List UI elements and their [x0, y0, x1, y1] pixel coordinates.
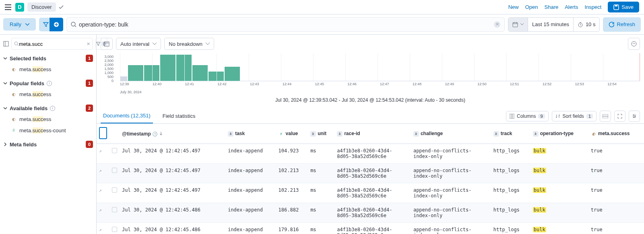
histogram-bar[interactable] — [176, 55, 192, 81]
col-unit[interactable]: kunit — [308, 124, 334, 144]
inspect-link[interactable]: Inspect — [584, 4, 601, 10]
calendar-icon — [512, 22, 518, 27]
calendar-icon — [104, 41, 109, 47]
clear-query-icon[interactable]: ✕ — [494, 21, 500, 28]
calendar-segment[interactable] — [508, 18, 528, 31]
svg-rect-1 — [615, 5, 617, 6]
expand-row-icon[interactable]: ↗ — [99, 168, 102, 173]
popular-fields-section[interactable]: Popular fields i 1 — [3, 80, 93, 87]
query-search-box[interactable]: ✕ — [66, 17, 505, 32]
search-icon — [14, 41, 19, 46]
section-count-badge: 1 — [86, 80, 93, 87]
expand-row-icon[interactable]: ↗ — [99, 148, 102, 154]
table-row[interactable]: ↗Jul 30, 2024 @ 12:42:45.497index-append… — [97, 183, 644, 203]
cell-challenge: append-no-conflicts- index-only — [411, 183, 491, 203]
row-checkbox[interactable] — [112, 207, 117, 212]
col-timestamp[interactable]: @timestamp🕒 — [120, 124, 225, 144]
refresh-icon — [609, 22, 614, 27]
sidebar-collapse-icon[interactable] — [3, 39, 9, 49]
field-search-box[interactable]: ✕ — [11, 38, 93, 50]
columns-count: 9 — [538, 114, 545, 119]
row-checkbox[interactable] — [112, 227, 117, 232]
sort-icon — [555, 114, 560, 119]
hamburger-menu-icon[interactable] — [5, 4, 11, 10]
refresh-button[interactable]: Refresh — [603, 17, 641, 32]
sort-count: 1 — [586, 114, 593, 119]
x-tick: 12:53 — [575, 82, 584, 86]
breadcrumb-discover[interactable]: Discover — [27, 2, 56, 12]
sort-label: Sort fields — [563, 113, 584, 119]
field-meta-success[interactable]: ◐ meta.success — [3, 88, 93, 100]
info-icon[interactable]: i — [50, 106, 55, 111]
search-icon — [71, 22, 76, 27]
histogram-bar[interactable] — [120, 76, 127, 81]
histogram-bar[interactable] — [144, 65, 159, 81]
expand-row-icon[interactable]: ↗ — [99, 207, 102, 213]
dataview-selector[interactable]: Rally — [3, 18, 36, 31]
new-link[interactable]: New — [508, 4, 519, 10]
expand-row-icon[interactable]: ↗ — [99, 227, 102, 232]
histogram-toggle-button[interactable] — [101, 38, 113, 50]
cell-meta-success: true — [588, 203, 644, 223]
col-task[interactable]: ktask — [225, 124, 276, 144]
meta-fields-section[interactable]: Meta fields 0 — [3, 141, 93, 148]
field-meta-success-count[interactable]: # meta.success-count — [3, 125, 93, 136]
open-link[interactable]: Open — [525, 4, 538, 10]
info-icon[interactable]: i — [47, 81, 52, 86]
sort-button[interactable]: Sort fields 1 — [552, 111, 597, 121]
histogram-bar[interactable] — [208, 72, 224, 81]
histogram-bar[interactable] — [192, 65, 208, 81]
row-checkbox[interactable] — [112, 187, 117, 193]
selected-fields-section[interactable]: Selected fields 1 — [3, 55, 93, 62]
chevron-down-icon — [3, 81, 7, 85]
field-search-input[interactable] — [19, 41, 87, 47]
histogram-chart[interactable]: 3,0002,5002,0001,5001,0005000 12:3912:40… — [97, 53, 644, 94]
save-button[interactable]: Save — [608, 2, 639, 12]
save-icon — [613, 4, 619, 10]
field-meta-success[interactable]: ◐ meta.success — [3, 113, 93, 125]
select-all-checkbox[interactable] — [99, 127, 107, 139]
table-row[interactable]: ↗Jul 30, 2024 @ 12:42:45.486index-append… — [97, 223, 644, 234]
share-link[interactable]: Share — [545, 4, 559, 10]
available-fields-section[interactable]: Available fields i 2 — [3, 105, 93, 112]
time-range-label[interactable]: Last 15 minutes — [528, 18, 573, 31]
time-picker[interactable]: Last 15 minutes 10 s — [508, 17, 600, 32]
histogram-bar[interactable] — [128, 65, 143, 81]
tab-documents[interactable]: Documents (12,351) — [101, 109, 153, 123]
refresh-interval[interactable]: 10 s — [573, 18, 600, 31]
chevron-down-icon — [520, 23, 524, 25]
col-meta-success[interactable]: ◐meta.success — [588, 124, 644, 144]
col-operation-type[interactable]: koperation-type — [530, 124, 588, 144]
query-input[interactable] — [76, 21, 494, 28]
interval-selector[interactable]: Auto interval — [116, 38, 161, 50]
field-meta-success[interactable]: ◐ meta.success — [3, 64, 93, 75]
col-race-id[interactable]: krace-id — [334, 124, 411, 144]
columns-button[interactable]: Columns 9 — [506, 111, 548, 121]
svg-point-13 — [635, 115, 636, 116]
table-row[interactable]: ↗Jul 30, 2024 @ 12:42:45.497index-append… — [97, 164, 644, 183]
col-challenge[interactable]: kchallenge — [411, 124, 491, 144]
table-row[interactable]: ↗Jul 30, 2024 @ 12:42:45.497index-append… — [97, 144, 644, 164]
histogram-bar[interactable] — [225, 67, 240, 81]
row-checkbox[interactable] — [112, 168, 117, 173]
table-row[interactable]: ↗Jul 30, 2024 @ 12:42:45.486index-append… — [97, 203, 644, 223]
tab-field-statistics[interactable]: Field statistics — [160, 109, 198, 123]
clock-icon: 🕒 — [152, 131, 158, 136]
col-value[interactable]: #value — [276, 124, 308, 144]
field-label: meta.success — [19, 66, 51, 72]
clear-field-search-icon[interactable]: ✕ — [87, 41, 90, 47]
svg-point-7 — [14, 42, 18, 45]
breakdown-selector[interactable]: No breakdown — [164, 38, 214, 50]
cell-challenge: append-no-conflicts- index-only — [411, 144, 491, 164]
interval-label: 10 s — [586, 21, 596, 27]
expand-row-icon[interactable]: ↗ — [99, 188, 102, 193]
row-checkbox[interactable] — [112, 148, 117, 153]
alerts-link[interactable]: Alerts — [565, 4, 578, 10]
settings-button[interactable] — [629, 111, 640, 122]
add-filter-button[interactable] — [50, 18, 63, 31]
fullscreen-button[interactable] — [614, 111, 625, 122]
histogram-bar[interactable] — [160, 55, 175, 81]
col-track[interactable]: ktrack — [491, 124, 530, 144]
display-options-button[interactable] — [600, 111, 611, 122]
lens-suggestions-button[interactable] — [628, 38, 640, 50]
